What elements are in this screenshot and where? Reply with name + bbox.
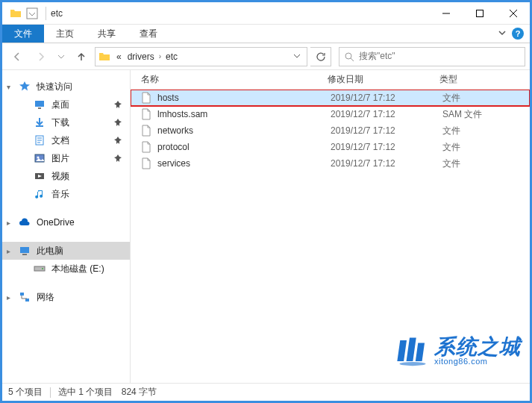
sidebar-network[interactable]: ▸ 网络 (2, 288, 130, 306)
help-icon[interactable]: ? (512, 28, 524, 40)
file-icon (141, 141, 151, 153)
search-icon (344, 51, 354, 62)
file-date: 2019/12/7 17:12 (331, 125, 442, 136)
svg-rect-11 (22, 254, 27, 255)
status-bar: 5 个项目 选中 1 个项目 824 字节 (2, 383, 530, 401)
address-bar[interactable]: « drivers › etc (95, 47, 307, 66)
status-sep (50, 387, 51, 398)
svg-rect-3 (35, 101, 44, 107)
network-icon (19, 291, 31, 303)
nav-recent-button[interactable] (54, 46, 68, 67)
file-type: 文件 (442, 141, 460, 154)
sidebar-this-pc[interactable]: ▸ 此电脑 (2, 242, 130, 260)
file-name: protocol (157, 142, 331, 152)
sidebar-label: 此电脑 (37, 245, 63, 257)
chevron-right-icon[interactable]: ▸ (7, 293, 10, 302)
sidebar-item-label: 下载 (51, 116, 69, 129)
desktop-icon (34, 99, 46, 110)
svg-rect-1 (476, 10, 483, 16)
file-row[interactable]: networks2019/12/7 17:12文件 (131, 122, 530, 139)
drive-icon (34, 263, 46, 275)
svg-rect-0 (27, 8, 37, 19)
svg-rect-4 (38, 107, 41, 109)
address-folder-icon (98, 51, 110, 63)
close-button[interactable] (496, 2, 530, 24)
sidebar-quick-item[interactable]: 文档 (2, 131, 130, 149)
chevron-down-icon[interactable]: ▾ (7, 83, 10, 91)
nav-up-button[interactable] (71, 46, 92, 67)
sidebar-quick-item[interactable]: 视频 (2, 167, 130, 185)
music-icon (34, 188, 46, 200)
refresh-button[interactable] (310, 47, 331, 66)
status-count: 5 个项目 (8, 386, 43, 399)
ribbon-expand-icon[interactable] (497, 28, 507, 40)
sidebar-onedrive[interactable]: ▸ OneDrive (2, 213, 130, 231)
window-title: etc (51, 8, 63, 19)
search-box[interactable]: 搜索"etc" (339, 47, 525, 66)
breadcrumb-part[interactable]: etc (163, 51, 181, 62)
sidebar-quick-item[interactable]: 音乐 (2, 185, 130, 203)
tab-share[interactable]: 共享 (86, 25, 128, 43)
svg-point-2 (345, 53, 351, 59)
videos-icon (34, 170, 46, 182)
qat-dropdown-icon[interactable] (26, 8, 38, 19)
sidebar-quick-item[interactable]: 图片 (2, 149, 130, 167)
file-icon (141, 108, 151, 120)
pictures-icon (34, 152, 46, 164)
file-name: networks (157, 125, 331, 136)
nav-back-button[interactable] (7, 46, 28, 67)
nav-pane: ▾ 快速访问 桌面下载文档图片视频音乐 ▸ OneDrive (2, 70, 131, 383)
chevron-right-icon[interactable]: ▸ (7, 247, 10, 255)
sidebar-quick-item[interactable]: 下载 (2, 113, 130, 131)
nav-forward-button[interactable] (31, 46, 51, 67)
titlebar-divider (46, 7, 46, 20)
file-name: lmhosts.sam (157, 109, 331, 119)
breadcrumb-sep-icon[interactable]: › (157, 52, 163, 60)
file-date: 2019/12/7 17:12 (331, 93, 442, 103)
sidebar-quick-item[interactable]: 桌面 (2, 96, 130, 113)
file-name: services (157, 158, 331, 169)
window-folder-icon (10, 7, 22, 19)
file-row[interactable]: lmhosts.sam2019/12/7 17:12SAM 文件 (131, 106, 530, 122)
address-dropdown-icon[interactable] (290, 51, 304, 62)
column-name[interactable]: 名称 (141, 73, 328, 86)
column-type[interactable]: 类型 (439, 73, 530, 86)
sidebar-quick-access[interactable]: ▾ 快速访问 (2, 78, 130, 96)
cloud-icon (19, 216, 31, 228)
sidebar-item-label: 视频 (51, 170, 69, 183)
tab-file[interactable]: 文件 (2, 25, 44, 43)
documents-icon (34, 134, 46, 146)
file-icon (141, 157, 151, 169)
file-icon (141, 125, 151, 137)
file-date: 2019/12/7 17:12 (331, 158, 442, 169)
file-type: SAM 文件 (442, 108, 482, 121)
breadcrumb-prefix[interactable]: « (113, 51, 125, 62)
downloads-icon (34, 116, 46, 128)
svg-rect-5 (36, 125, 43, 127)
maximize-button[interactable] (463, 2, 496, 24)
title-bar: etc (2, 2, 530, 25)
file-date: 2019/12/7 17:12 (331, 109, 442, 119)
file-date: 2019/12/7 17:12 (331, 142, 442, 152)
tab-view[interactable]: 查看 (128, 25, 169, 43)
sidebar-item-label: 图片 (51, 152, 69, 165)
breadcrumb-part[interactable]: drivers (125, 51, 157, 62)
file-type: 文件 (442, 92, 460, 104)
svg-rect-14 (20, 293, 24, 296)
file-row[interactable]: protocol2019/12/7 17:12文件 (131, 139, 530, 155)
tab-home[interactable]: 主页 (44, 25, 86, 43)
file-row[interactable]: services2019/12/7 17:12文件 (131, 155, 530, 172)
file-pane: 名称 修改日期 类型 hosts2019/12/7 17:12文件lmhosts… (131, 70, 530, 383)
column-headers: 名称 修改日期 类型 (131, 70, 530, 90)
file-list[interactable]: hosts2019/12/7 17:12文件lmhosts.sam2019/12… (131, 90, 530, 383)
sidebar-label: 网络 (37, 291, 54, 304)
svg-point-13 (42, 268, 43, 269)
chevron-right-icon[interactable]: ▸ (7, 219, 10, 227)
sidebar-item-label: 音乐 (51, 188, 69, 201)
pc-icon (19, 245, 31, 257)
sidebar-local-disk[interactable]: 本地磁盘 (E:) (2, 260, 130, 278)
minimize-button[interactable] (429, 2, 463, 24)
pin-icon (113, 154, 122, 163)
column-date[interactable]: 修改日期 (328, 73, 439, 86)
file-row[interactable]: hosts2019/12/7 17:12文件 (131, 90, 530, 106)
